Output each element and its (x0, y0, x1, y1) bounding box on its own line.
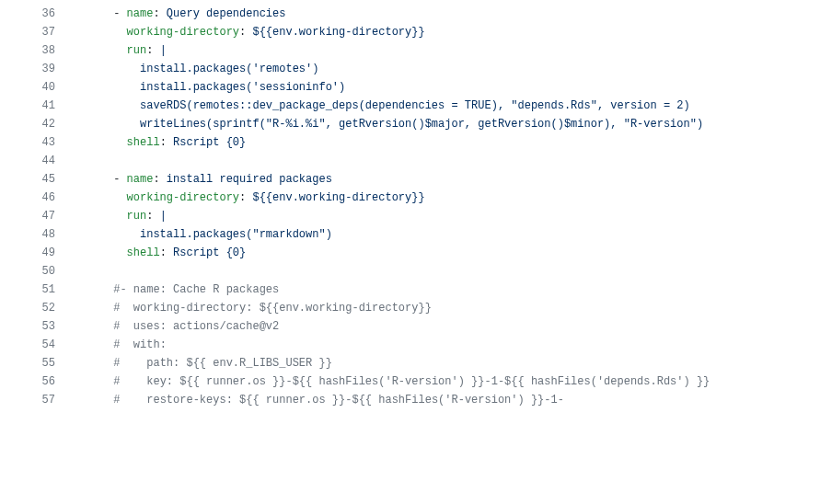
code-token: : (160, 136, 173, 149)
code-line: 57 # restore-keys: ${{ runner.os }}-${{ … (0, 391, 820, 409)
line-number[interactable]: 37 (0, 23, 74, 41)
line-number[interactable]: 55 (0, 354, 74, 372)
code-token: Rscript {0} (173, 246, 246, 259)
code-content[interactable]: - name: install required packages (74, 170, 820, 189)
line-number[interactable]: 51 (0, 281, 74, 299)
code-token: install.packages('remotes') (140, 63, 318, 75)
code-token: name (127, 7, 154, 20)
code-token: # key: ${{ runner.os }}-${{ hashFiles('R… (113, 375, 710, 388)
code-token: # path: ${{ env.R_LIBS_USER }} (113, 357, 332, 370)
code-token: install.packages('sessioninfo') (140, 81, 345, 94)
code-token (74, 357, 113, 370)
code-line: 41 saveRDS(remotes::dev_package_deps(dep… (0, 97, 820, 115)
code-token (74, 118, 140, 131)
code-content[interactable]: # with: (74, 336, 820, 354)
line-number[interactable]: 43 (0, 133, 74, 152)
code-token: : (239, 26, 252, 39)
code-token: | (160, 210, 167, 223)
code-content[interactable]: # restore-keys: ${{ runner.os }}-${{ has… (74, 391, 820, 409)
line-number[interactable]: 47 (0, 207, 74, 225)
code-content[interactable]: - name: Query dependencies (74, 5, 820, 23)
code-content[interactable]: saveRDS(remotes::dev_package_deps(depend… (74, 97, 820, 115)
code-token: : (153, 7, 166, 20)
code-token (74, 228, 140, 241)
code-content[interactable]: #- name: Cache R packages (74, 281, 820, 299)
code-token (74, 210, 127, 223)
code-content[interactable]: install.packages('remotes') (74, 60, 820, 78)
code-content[interactable]: # uses: actions/cache@v2 (74, 317, 820, 336)
code-token: - (74, 7, 127, 20)
code-token: ${{env.working-directory}} (252, 191, 424, 204)
code-token: | (160, 44, 167, 57)
code-line: 51 #- name: Cache R packages (0, 281, 820, 299)
code-content[interactable]: # working-directory: ${{env.working-dire… (74, 299, 820, 317)
line-number[interactable]: 54 (0, 336, 74, 354)
line-number[interactable]: 45 (0, 170, 74, 189)
code-token: : (160, 246, 173, 259)
line-number[interactable]: 48 (0, 225, 74, 244)
code-content[interactable]: working-directory: ${{env.working-direct… (74, 189, 820, 207)
code-content[interactable]: install.packages("rmarkdown") (74, 225, 820, 244)
line-number[interactable]: 36 (0, 5, 74, 23)
code-token: working-directory (127, 26, 239, 39)
code-content[interactable]: shell: Rscript {0} (74, 133, 820, 152)
line-number[interactable]: 46 (0, 189, 74, 207)
line-number[interactable]: 56 (0, 372, 74, 391)
code-token: # restore-keys: ${{ runner.os }}-${{ has… (113, 394, 564, 407)
code-block: 36 - name: Query dependencies37 working-… (0, 5, 820, 409)
code-token (74, 44, 127, 57)
code-token: ${{env.working-directory}} (252, 26, 424, 39)
code-token: Query dependencies (167, 7, 286, 20)
line-number[interactable]: 40 (0, 78, 74, 97)
code-token: - (74, 173, 127, 186)
code-token (74, 99, 140, 112)
line-number[interactable]: 52 (0, 299, 74, 317)
code-token: : (153, 173, 166, 186)
code-line: 40 install.packages('sessioninfo') (0, 78, 820, 97)
code-token (74, 302, 113, 315)
code-token (74, 283, 113, 296)
code-content[interactable]: run: | (74, 41, 820, 60)
code-line: 49 shell: Rscript {0} (0, 244, 820, 262)
code-token: working-directory (127, 191, 239, 204)
code-content[interactable]: install.packages('sessioninfo') (74, 78, 820, 97)
code-content[interactable]: # path: ${{ env.R_LIBS_USER }} (74, 354, 820, 372)
code-token (74, 191, 127, 204)
code-line: 39 install.packages('remotes') (0, 60, 820, 78)
code-line: 38 run: | (0, 41, 820, 60)
code-content[interactable]: working-directory: ${{env.working-direct… (74, 23, 820, 41)
code-content[interactable]: run: | (74, 207, 820, 225)
code-token (74, 338, 113, 351)
code-content[interactable]: shell: Rscript {0} (74, 244, 820, 262)
line-number[interactable]: 57 (0, 391, 74, 409)
code-token: name (127, 173, 154, 186)
code-token (74, 63, 140, 75)
line-number[interactable]: 44 (0, 152, 74, 170)
line-number[interactable]: 41 (0, 97, 74, 115)
line-number[interactable]: 50 (0, 262, 74, 281)
code-content[interactable]: writeLines(sprintf("R-%i.%i", getRversio… (74, 115, 820, 133)
line-number[interactable]: 38 (0, 41, 74, 60)
line-number[interactable]: 39 (0, 60, 74, 78)
code-token: install.packages("rmarkdown") (140, 228, 332, 241)
code-line: 55 # path: ${{ env.R_LIBS_USER }} (0, 354, 820, 372)
code-line: 44 (0, 152, 820, 170)
line-number[interactable]: 53 (0, 317, 74, 336)
code-line: 42 writeLines(sprintf("R-%i.%i", getRver… (0, 115, 820, 133)
code-line: 48 install.packages("rmarkdown") (0, 225, 820, 244)
code-line: 45 - name: install required packages (0, 170, 820, 189)
line-number[interactable]: 42 (0, 115, 74, 133)
line-number[interactable]: 49 (0, 244, 74, 262)
code-token: saveRDS(remotes::dev_package_deps(depend… (140, 99, 690, 112)
code-line: 36 - name: Query dependencies (0, 5, 820, 23)
code-token: : (146, 210, 159, 223)
code-token (74, 81, 140, 94)
code-token: : (239, 191, 252, 204)
code-line: 50 (0, 262, 820, 281)
code-token: : (146, 44, 159, 57)
code-content[interactable]: # key: ${{ runner.os }}-${{ hashFiles('R… (74, 372, 820, 391)
code-token: shell (127, 246, 160, 259)
code-line: 54 # with: (0, 336, 820, 354)
code-line: 53 # uses: actions/cache@v2 (0, 317, 820, 336)
code-line: 56 # key: ${{ runner.os }}-${{ hashFiles… (0, 372, 820, 391)
